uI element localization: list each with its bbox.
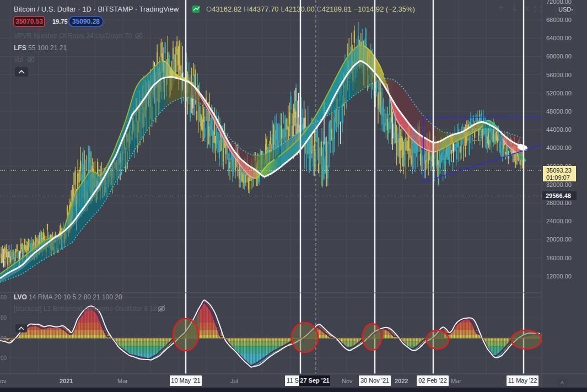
svg-text:35090.28: 35090.28 xyxy=(72,18,100,25)
svg-text:LFS 55 100 21 21: LFS 55 100 21 21 xyxy=(14,44,67,52)
svg-text:00: 00 xyxy=(1,294,7,300)
svg-text:52000.00: 52000.00 xyxy=(546,90,572,96)
svg-text:01:09:07: 01:09:07 xyxy=(546,174,570,181)
svg-text:ov: ov xyxy=(0,378,7,384)
svg-text:02 Feb '22: 02 Feb '22 xyxy=(418,377,447,384)
svg-text:Jul: Jul xyxy=(230,378,238,384)
svg-text:▾: ▾ xyxy=(571,7,573,12)
svg-text:60000.00: 60000.00 xyxy=(546,53,572,60)
svg-text:16000.00: 16000.00 xyxy=(546,255,572,261)
svg-text:24000.00: 24000.00 xyxy=(546,218,572,224)
svg-text:29566.48: 29566.48 xyxy=(546,192,571,199)
svg-text:00: 00 xyxy=(1,336,7,342)
svg-text:2022: 2022 xyxy=(395,378,408,384)
svg-text:11 S: 11 S xyxy=(287,377,299,384)
svg-text:Mar: Mar xyxy=(451,378,461,384)
svg-text:00: 00 xyxy=(1,355,7,361)
svg-text:68000.00: 68000.00 xyxy=(546,17,572,23)
svg-text:56000.00: 56000.00 xyxy=(546,72,572,78)
svg-text:2021: 2021 xyxy=(60,378,73,384)
svg-text:12000.00: 12000.00 xyxy=(546,273,572,280)
svg-text:A: A xyxy=(561,380,564,385)
svg-text:30 Nov '21: 30 Nov '21 xyxy=(360,377,389,384)
svg-text:Mar: Mar xyxy=(117,378,128,384)
svg-text:35070.53: 35070.53 xyxy=(15,18,43,25)
svg-text:28000.00: 28000.00 xyxy=(546,200,572,206)
svg-text:10 May '21: 10 May '21 xyxy=(171,377,200,384)
svg-text:44000.00: 44000.00 xyxy=(546,126,572,133)
svg-text:19.75: 19.75 xyxy=(52,18,68,25)
svg-text:Bitcoin / U.S. Dollar · 1D · B: Bitcoin / U.S. Dollar · 1D · BITSTAMP · … xyxy=(14,5,179,13)
svg-text:48000.00: 48000.00 xyxy=(546,108,572,115)
svg-text:32000.00: 32000.00 xyxy=(546,181,572,188)
svg-text:Nov: Nov xyxy=(342,378,353,384)
svg-text:VPVR Number Of Rows 24 Up/Down: VPVR Number Of Rows 24 Up/Down 70 xyxy=(14,32,132,40)
svg-text:40000.00: 40000.00 xyxy=(546,144,572,151)
svg-text:20000.00: 20000.00 xyxy=(546,236,572,243)
svg-text:LVO 14 RMA 20 10 5 2 80 21 100: LVO 14 RMA 20 10 5 2 80 21 100 20 xyxy=(14,293,122,301)
svg-text:27 Sep '21: 27 Sep '21 xyxy=(300,377,329,384)
svg-text:72000.00: 72000.00 xyxy=(546,0,572,5)
svg-text:[blackcat] L1 Enhanced Awesome: [blackcat] L1 Enhanced Awesome Oscillato… xyxy=(14,305,157,313)
svg-text:O43162.82 H44377.70 L42130.00: O43162.82 H44377.70 L42130.00 C42189.81 … xyxy=(206,5,415,13)
svg-text:64000.00: 64000.00 xyxy=(546,35,572,41)
svg-text:00: 00 xyxy=(1,315,7,321)
svg-text:11 May '22: 11 May '22 xyxy=(508,377,537,384)
svg-text:USD: USD xyxy=(558,6,571,13)
svg-text:35093.23: 35093.23 xyxy=(546,167,572,174)
svg-text:Vol: Vol xyxy=(14,56,23,63)
